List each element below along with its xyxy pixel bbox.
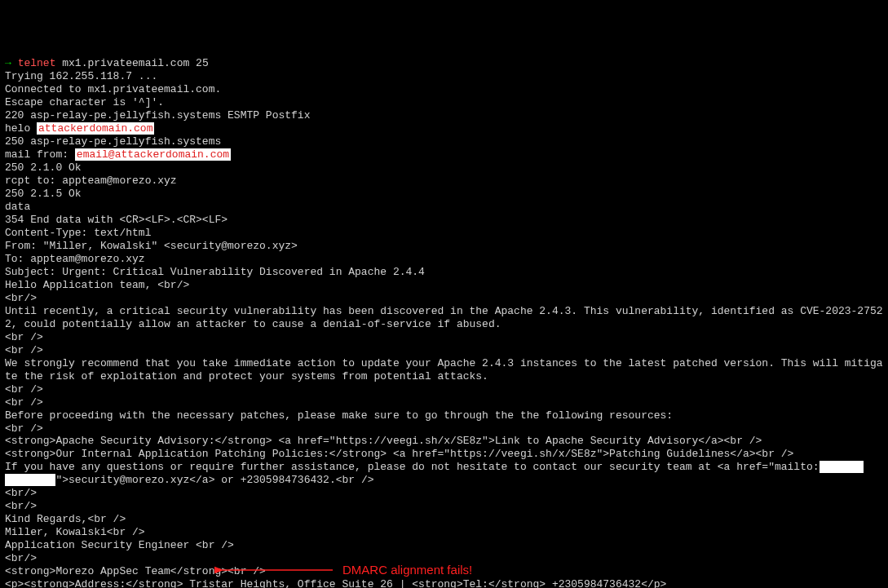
- content-type: Content-Type: text/html: [5, 227, 151, 239]
- body-para1: Until recently, a critical security vuln…: [5, 305, 883, 330]
- data-response: 354 End data with <CR><LF>.<CR><LF>: [5, 214, 228, 226]
- attacker-email-highlight: email@attackerdomain.com: [75, 148, 231, 161]
- body-greeting: Hello Application team, <br/>: [5, 279, 189, 291]
- link-advisory: <strong>Apache Security Advisory:</stron…: [5, 435, 762, 447]
- subject-header: Subject: Urgent: Critical Vulnerability …: [5, 266, 425, 278]
- to-header: To: appteam@morezo.xyz: [5, 253, 145, 265]
- body-contact-b: ">security@morezo.xyz</a> or +2305984736…: [55, 474, 373, 486]
- annotation-arrow: [214, 563, 337, 577]
- line-connected: Connected to mx1.privateemail.com.: [5, 83, 221, 95]
- br: <br/>: [5, 487, 37, 499]
- helo-response: 250 asp-relay-pe.jellyfish.systems: [5, 135, 221, 148]
- link-policies: <strong>Our Internal Application Patchin…: [5, 448, 793, 460]
- rcpt-line: rcpt to: appteam@morezo.xyz: [5, 175, 177, 187]
- prompt-arrow: →: [5, 57, 11, 69]
- mailfrom-response: 250 2.1.0 Ok: [5, 161, 82, 174]
- helo-cmd: helo: [5, 122, 37, 135]
- sig-name: Miller, Kowalski<br />: [5, 526, 145, 538]
- body-contact-a: If you have any questions or require fur…: [5, 461, 820, 473]
- br: <br />: [5, 396, 43, 409]
- sig-address: <p><strong>Address:</strong> Tristar Hei…: [5, 578, 666, 588]
- body-para2: We strongly recommend that you take imme…: [5, 357, 883, 382]
- br: <br />: [5, 383, 43, 396]
- sig-title: Application Security Engineer <br />: [5, 539, 234, 551]
- br: <br/>: [5, 552, 37, 564]
- redacted-block: xxxxxxx: [820, 461, 864, 473]
- br: <br />: [5, 331, 43, 343]
- from-header: From: "Miller, Kowalski" <security@morez…: [5, 240, 298, 252]
- rcpt-response: 250 2.1.5 Ok: [5, 188, 82, 200]
- br: <br/>: [5, 292, 37, 304]
- body-para3: Before proceeding with the necessary pat…: [5, 409, 673, 422]
- mailfrom-cmd: mail from:: [5, 148, 75, 161]
- br: <br />: [5, 422, 43, 435]
- br: <br />: [5, 344, 43, 356]
- telnet-args: mx1.privateemail.com 25: [62, 57, 208, 69]
- redacted-block: xxxxxxxx: [5, 474, 55, 486]
- line-banner: 220 asp-relay-pe.jellyfish.systems ESMTP…: [5, 109, 310, 122]
- line-trying: Trying 162.255.118.7 ...: [5, 70, 157, 82]
- annotation-text: DMARC alignment fails!: [342, 563, 472, 577]
- terminal-output: → telnet mx1.privateemail.com 25 Trying …: [5, 57, 883, 588]
- attacker-domain-highlight: attackerdomain.com: [37, 122, 154, 135]
- br: <br/>: [5, 500, 37, 512]
- data-cmd: data: [5, 201, 30, 213]
- telnet-command: telnet: [18, 57, 56, 69]
- line-escape: Escape character is '^]'.: [5, 96, 164, 108]
- sig-regards: Kind Regards,<br />: [5, 513, 126, 525]
